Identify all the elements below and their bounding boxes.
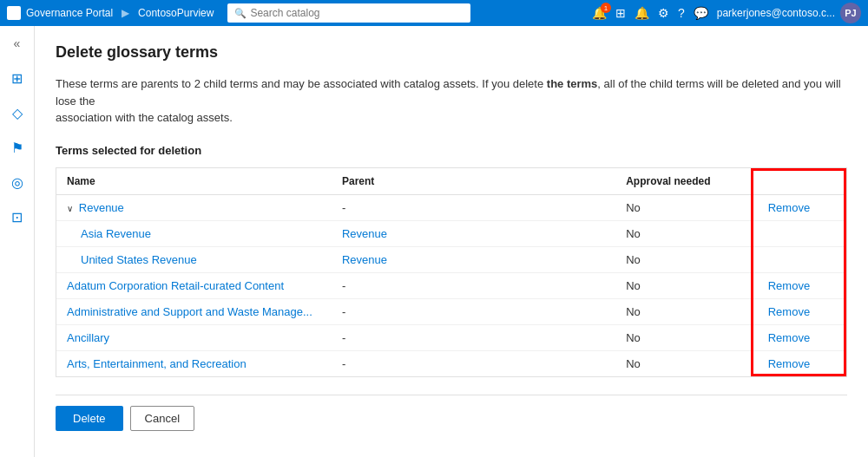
cell-parent: -	[332, 194, 615, 220]
main-layout: « ⊞ ◇ ⚑ ◎ ⊡ Delete glossary terms These …	[0, 26, 868, 457]
table-row: Asia RevenueRevenueNo	[56, 220, 846, 246]
term-name-link[interactable]: Arts, Entertainment, and Recreation	[67, 357, 247, 370]
cell-name: Administrative and Support and Waste Man…	[56, 298, 332, 324]
cell-action	[758, 246, 846, 272]
brand-logo	[7, 6, 21, 20]
remove-button[interactable]: Remove	[768, 331, 810, 344]
bell-icon[interactable]: 🔔	[635, 6, 649, 20]
cancel-button[interactable]: Cancel	[130, 406, 194, 431]
table-container: Name Parent Approval needed ∨ Revenue-No…	[56, 167, 847, 377]
parent-link[interactable]: Revenue	[342, 227, 387, 240]
cell-parent: Revenue	[332, 220, 615, 246]
catalog-icon: ◇	[12, 105, 23, 121]
sidebar-item-policy[interactable]: ◎	[2, 166, 33, 198]
col-header-name: Name	[56, 168, 332, 195]
notification-badge: 1	[601, 3, 611, 13]
cell-action: Remove	[758, 324, 846, 350]
cell-action	[758, 220, 846, 246]
cell-name: Adatum Corporation Retail-curated Conten…	[56, 272, 332, 298]
topbar-brand: Governance Portal ▶ ContosoPurview	[7, 6, 214, 20]
cell-parent: -	[332, 272, 615, 298]
term-name-link[interactable]: Administrative and Support and Waste Man…	[67, 305, 312, 318]
cell-name: ∨ Revenue	[56, 194, 332, 220]
term-name-link[interactable]: Adatum Corporation Retail-curated Conten…	[67, 279, 284, 292]
remove-button[interactable]: Remove	[768, 201, 810, 214]
table-row: Administrative and Support and Waste Man…	[56, 298, 846, 324]
warning-highlight: the terms	[547, 77, 598, 90]
help-icon[interactable]: ?	[678, 6, 685, 20]
settings-icon[interactable]: ⚙	[658, 6, 669, 20]
parent-link[interactable]: Revenue	[342, 253, 387, 266]
cell-action: Remove	[758, 298, 846, 324]
sidebar: « ⊞ ◇ ⚑ ◎ ⊡	[0, 26, 35, 457]
switch-icon[interactable]: ⊞	[615, 6, 626, 20]
search-box[interactable]: 🔍	[227, 3, 470, 23]
content-area: Delete glossary terms These terms are pa…	[35, 26, 868, 457]
cell-name: United States Revenue	[56, 246, 332, 272]
table-row: Ancillary-NoRemove	[56, 324, 846, 350]
term-name-link[interactable]: Revenue	[79, 201, 124, 214]
warning-text-3: association with the catalog assets.	[56, 111, 233, 124]
term-name-link[interactable]: Ancillary	[67, 331, 109, 344]
policy-icon: ◎	[11, 174, 23, 191]
cell-name: Arts, Entertainment, and Recreation	[56, 350, 332, 376]
brand-name: Governance Portal	[26, 7, 113, 19]
topbar: Governance Portal ▶ ContosoPurview 🔍 🔔 1…	[0, 0, 868, 26]
datamap-icon: ⊡	[11, 209, 23, 225]
warning-text: These terms are parents to 2 child terms…	[56, 75, 847, 127]
cell-parent: Revenue	[332, 246, 615, 272]
remove-button[interactable]: Remove	[768, 357, 810, 370]
table-row: United States RevenueRevenueNo	[56, 246, 846, 272]
cell-approval: No	[615, 324, 758, 350]
notification-icon[interactable]: 🔔 1	[592, 6, 607, 20]
footer: Delete Cancel	[56, 395, 847, 431]
cell-parent: -	[332, 324, 615, 350]
cell-action: Remove	[758, 272, 846, 298]
cell-approval: No	[615, 272, 758, 298]
col-header-approval: Approval needed	[615, 168, 758, 195]
col-header-action	[758, 168, 846, 195]
warning-text-1: These terms are parents to 2 child terms…	[56, 77, 547, 90]
cell-parent: -	[332, 350, 615, 376]
table-header-row: Name Parent Approval needed	[56, 168, 846, 195]
table-row: Arts, Entertainment, and Recreation-NoRe…	[56, 350, 846, 376]
col-header-parent: Parent	[332, 168, 615, 195]
chevron-icon[interactable]: ∨	[67, 204, 76, 213]
topbar-separator: ▶	[122, 7, 129, 19]
user-email: parkerjones@contoso.c...	[717, 7, 835, 19]
cell-action: Remove	[758, 350, 846, 376]
terms-table: Name Parent Approval needed ∨ Revenue-No…	[56, 168, 846, 376]
cell-parent: -	[332, 298, 615, 324]
insights-icon: ⚑	[11, 140, 23, 156]
topbar-icons: 🔔 1 ⊞ 🔔 ⚙ ? 💬 parkerjones@contoso.c... P…	[592, 3, 861, 23]
cell-name: Asia Revenue	[56, 220, 332, 246]
sidebar-item-datamap[interactable]: ⊡	[2, 201, 33, 232]
cell-approval: No	[615, 194, 758, 220]
sidebar-item-home[interactable]: ⊞	[2, 62, 33, 94]
avatar: PJ	[840, 3, 861, 23]
cell-name: Ancillary	[56, 324, 332, 350]
search-icon: 🔍	[234, 8, 247, 19]
sidebar-toggle[interactable]: «	[3, 31, 31, 55]
section-title: Terms selected for deletion	[56, 144, 847, 157]
chat-icon[interactable]: 💬	[694, 6, 708, 20]
remove-button[interactable]: Remove	[768, 305, 810, 318]
table-row: Adatum Corporation Retail-curated Conten…	[56, 272, 846, 298]
table-row: ∨ Revenue-NoRemove	[56, 194, 846, 220]
sidebar-item-insights[interactable]: ⚑	[2, 132, 33, 163]
home-icon: ⊞	[11, 70, 23, 87]
cell-approval: No	[615, 246, 758, 272]
cell-approval: No	[615, 298, 758, 324]
topbar-purview: ContosoPurview	[138, 7, 214, 19]
cell-approval: No	[615, 350, 758, 376]
page-title: Delete glossary terms	[56, 43, 847, 62]
topbar-user[interactable]: parkerjones@contoso.c... PJ	[717, 3, 861, 23]
delete-button[interactable]: Delete	[56, 406, 123, 431]
cell-approval: No	[615, 220, 758, 246]
cell-action: Remove	[758, 194, 846, 220]
term-name-link[interactable]: United States Revenue	[81, 253, 197, 266]
search-input[interactable]	[250, 7, 464, 19]
sidebar-item-catalog[interactable]: ◇	[2, 97, 33, 128]
remove-button[interactable]: Remove	[768, 279, 810, 292]
term-name-link[interactable]: Asia Revenue	[81, 227, 151, 240]
